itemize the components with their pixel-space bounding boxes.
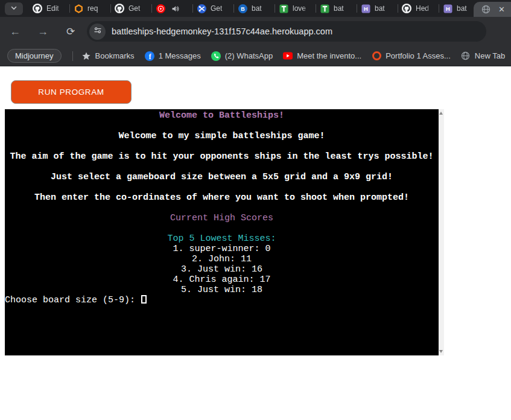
bookmark-group-midjourney[interactable]: Midjourney xyxy=(7,49,62,63)
svg-text:H: H xyxy=(446,6,450,12)
svg-text:B: B xyxy=(241,5,245,11)
bookmark-item-2[interactable]: Bookmarks xyxy=(81,51,135,61)
terminal-prompt-line: Choose board size (5-9): xyxy=(5,295,439,305)
terminal-output[interactable]: Welcome to Battleships!Welcome to my sim… xyxy=(5,109,444,355)
bookmarks-bar: MidjourneyBookmarksf1 Messages(2) WhatsA… xyxy=(0,46,511,66)
blue-app-icon xyxy=(197,4,206,13)
terminal-scrollbar[interactable] xyxy=(439,109,444,355)
tab-audio-icon xyxy=(170,4,180,13)
star-icon xyxy=(81,51,91,61)
terminal-line xyxy=(5,141,439,151)
chevron-down-icon xyxy=(10,3,17,14)
bookmark-label: New Tab xyxy=(475,51,505,60)
browser-tab-1[interactable]: Edit xyxy=(29,0,69,17)
browser-tab-3[interactable]: Get xyxy=(111,0,151,17)
browser-tab-10[interactable]: Hed xyxy=(398,0,439,17)
terminal-line: Top 5 Lowest Misses: xyxy=(5,234,439,244)
bookmark-item-6[interactable]: Portfolio 1 Asses... xyxy=(372,51,451,61)
scroll-up-icon[interactable] xyxy=(439,112,443,115)
heroku-icon: H xyxy=(361,4,370,13)
terminal-cursor[interactable] xyxy=(141,295,147,304)
active-tab[interactable]: ✕ xyxy=(474,2,511,17)
bookmark-label: 1 Messages xyxy=(159,51,201,60)
tab-title: Edit xyxy=(46,4,63,13)
run-program-button[interactable]: RUN PROGRAM xyxy=(11,80,132,104)
whatsapp-icon xyxy=(211,51,221,61)
browser-tab-2[interactable]: req xyxy=(70,0,110,17)
terminal-line: Welcome to my simple battleships game! xyxy=(5,131,439,141)
browser-toolbar: ← → ⟳ battleships-hedgemonkey-131f157c44… xyxy=(0,17,511,46)
tab-strip: EditreqGetGetBbatlovebatHbatHedHbat ✕ xyxy=(0,0,511,17)
terminal-line xyxy=(5,203,439,213)
github-icon xyxy=(33,4,42,13)
page-content: RUN PROGRAM Welcome to Battleships!Welco… xyxy=(0,66,511,420)
bookmark-item-5[interactable]: Meet the invento... xyxy=(283,51,361,61)
blue-b-icon: B xyxy=(238,4,247,13)
browser-tab-4[interactable] xyxy=(152,0,192,17)
close-icon[interactable]: ✕ xyxy=(498,5,505,13)
youtube-icon xyxy=(156,4,165,13)
terminal-line: Then enter the co-ordinates of where you… xyxy=(5,192,439,203)
svg-text:H: H xyxy=(364,6,368,12)
tune-icon xyxy=(94,26,102,37)
tab-search-button[interactable] xyxy=(5,2,23,15)
green-t-icon xyxy=(279,4,288,13)
bookmark-label: Bookmarks xyxy=(95,51,135,60)
browser-tab-8[interactable]: bat xyxy=(316,0,357,17)
terminal-line: Current High Scores xyxy=(5,213,439,223)
bookmark-label: Meet the invento... xyxy=(297,51,361,60)
bookmarks-separator xyxy=(72,51,73,61)
tab-title: Get xyxy=(129,4,145,13)
bookmark-label: (2) WhatsApp xyxy=(225,51,273,60)
tab-title: bat xyxy=(457,4,474,13)
bookmark-label: Portfolio 1 Asses... xyxy=(386,51,451,60)
back-button[interactable]: ← xyxy=(6,22,24,40)
terminal-line: Welcome to Battleships! xyxy=(5,110,439,121)
browser-tab-7[interactable]: love xyxy=(275,0,316,17)
tab-title: Hed xyxy=(416,4,433,13)
globe-icon xyxy=(461,51,471,61)
browser-tab-6[interactable]: Bbat xyxy=(234,0,275,17)
browser-tab-5[interactable]: Get xyxy=(193,0,233,17)
tab-title: love xyxy=(293,4,309,13)
terminal-lines: Welcome to Battleships!Welcome to my sim… xyxy=(5,110,439,305)
tab-title: Get xyxy=(211,4,227,13)
browser-window: EditreqGetGetBbatlovebatHbatHedHbat ✕ ← … xyxy=(0,0,511,66)
github-icon xyxy=(402,4,411,13)
tab-title: req xyxy=(87,4,104,13)
terminal-line: 2. John: 11 xyxy=(5,254,439,264)
terminal-line: 4. Chris again: 17 xyxy=(5,275,439,285)
bookmark-item-7[interactable]: New Tab xyxy=(461,51,505,61)
terminal-line: 5. Just win: 18 xyxy=(5,285,439,295)
site-settings-button[interactable] xyxy=(89,24,106,40)
tab-title: bat xyxy=(334,4,351,13)
terminal-line xyxy=(5,121,439,131)
browser-tab-9[interactable]: Hbat xyxy=(357,0,398,17)
gitpod-icon xyxy=(74,4,83,13)
heroku-icon: H xyxy=(443,4,452,13)
github-icon xyxy=(115,4,124,13)
tab-title: bat xyxy=(375,4,392,13)
globe-icon xyxy=(481,5,490,14)
terminal-line: Just select a gameboard size between a 5… xyxy=(5,172,439,182)
svg-text:f: f xyxy=(148,52,151,60)
terminal-line xyxy=(5,182,439,192)
tab-title: bat xyxy=(252,4,268,13)
orange-ring-icon xyxy=(372,51,381,61)
scroll-down-icon[interactable] xyxy=(439,350,443,353)
bookmark-item-4[interactable]: (2) WhatsApp xyxy=(211,51,273,61)
terminal-line xyxy=(5,223,439,234)
green-t-icon xyxy=(320,4,329,13)
facebook-icon: f xyxy=(145,51,154,61)
reload-button[interactable]: ⟳ xyxy=(62,22,80,40)
address-bar[interactable]: battleships-hedgemonkey-131f157c44ae.her… xyxy=(87,21,486,42)
terminal-line: 1. super-winner: 0 xyxy=(5,244,439,254)
url-text: battleships-hedgemonkey-131f157c44ae.her… xyxy=(112,27,332,36)
tab-list: EditreqGetGetBbatlovebatHbatHedHbat xyxy=(29,0,511,17)
terminal-line xyxy=(5,162,439,172)
youtube-bm-icon xyxy=(283,51,293,61)
forward-button[interactable]: → xyxy=(34,22,52,40)
terminal-line: 3. Just win: 16 xyxy=(5,264,439,275)
bookmark-item-3[interactable]: f1 Messages xyxy=(145,51,201,61)
terminal-line: The aim of the game is to hit your oppon… xyxy=(5,151,439,162)
